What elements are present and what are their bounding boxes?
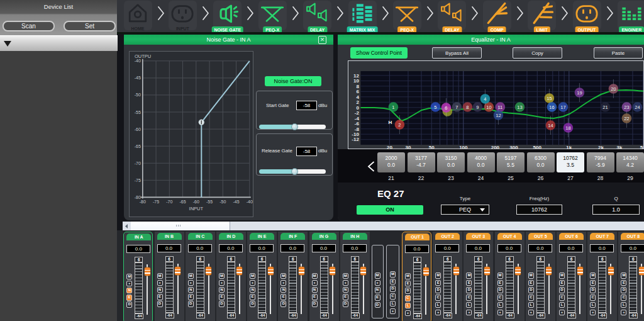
svg-text:1: 1 — [392, 104, 394, 110]
svg-text:21: 21 — [602, 104, 608, 110]
svg-text:2: 2 — [398, 122, 401, 128]
svg-text:-65: -65 — [135, 144, 141, 149]
svg-text:19: 19 — [577, 90, 582, 96]
svg-text:20: 20 — [611, 86, 616, 92]
svg-text:-50: -50 — [135, 93, 141, 97]
svg-text:17: 17 — [560, 104, 565, 110]
svg-text:10: 10 — [486, 104, 491, 110]
svg-text:15: 15 — [547, 96, 552, 101]
svg-text:13: 13 — [517, 104, 522, 110]
svg-text:-80: -80 — [135, 195, 141, 200]
svg-text:7: 7 — [455, 104, 458, 110]
svg-text:-55: -55 — [135, 110, 141, 115]
svg-text:-60: -60 — [135, 127, 141, 132]
svg-text:-50: -50 — [219, 200, 226, 204]
svg-text:-12: -12 — [352, 137, 359, 142]
svg-text:-75: -75 — [135, 178, 141, 183]
svg-text:8: 8 — [466, 104, 469, 110]
svg-text:14: 14 — [548, 123, 553, 128]
svg-text:-45: -45 — [135, 76, 141, 80]
svg-text:-70: -70 — [166, 200, 172, 204]
svg-text:-75: -75 — [153, 200, 159, 204]
svg-text:4: 4 — [484, 96, 486, 102]
svg-text:-70: -70 — [135, 161, 141, 166]
svg-text:-40: -40 — [135, 59, 141, 63]
svg-text:16: 16 — [549, 104, 554, 110]
svg-text:-40: -40 — [247, 200, 253, 204]
svg-text:12: 12 — [496, 113, 501, 118]
svg-text:H: H — [389, 120, 392, 125]
svg-text:24: 24 — [635, 104, 640, 110]
svg-text:-60: -60 — [193, 200, 199, 204]
svg-text:-80: -80 — [140, 200, 146, 204]
svg-text:-45: -45 — [233, 200, 239, 204]
svg-text:9: 9 — [476, 104, 479, 110]
svg-text:22: 22 — [624, 116, 629, 121]
svg-text:INPUT: INPUT — [189, 206, 204, 211]
svg-text:-65: -65 — [179, 200, 186, 204]
svg-text:18: 18 — [565, 125, 570, 131]
svg-text:23: 23 — [624, 104, 629, 110]
svg-text:6: 6 — [445, 105, 447, 111]
svg-text:-55: -55 — [206, 200, 213, 204]
svg-text:5: 5 — [434, 104, 436, 110]
